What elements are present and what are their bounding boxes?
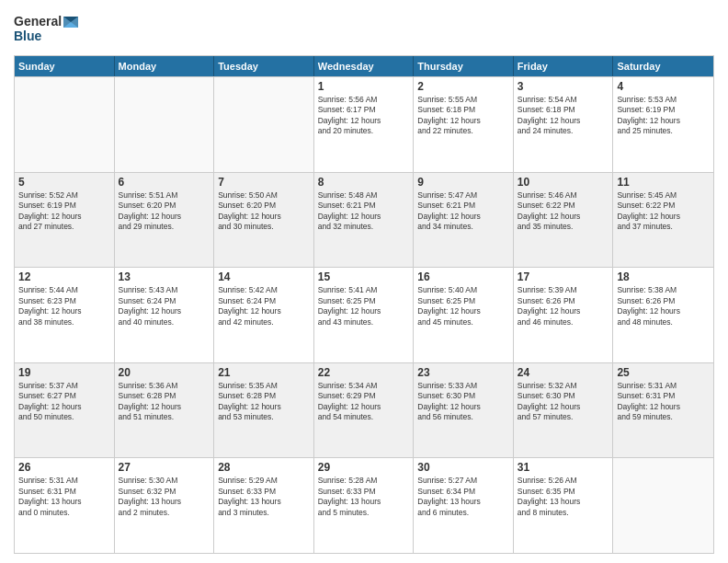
day-number: 24 [518,366,609,379]
day-number: 5 [18,176,110,189]
svg-text:General: General [14,14,62,29]
day-number: 9 [417,176,509,189]
day-info: Sunrise: 5:30 AM Sunset: 6:32 PM Dayligh… [119,476,210,518]
day-info: Sunrise: 5:54 AM Sunset: 6:18 PM Dayligh… [518,95,609,137]
day-number: 27 [119,461,210,474]
day-info: Sunrise: 5:35 AM Sunset: 6:28 PM Dayligh… [218,381,310,423]
cal-cell: 31Sunrise: 5:26 AM Sunset: 6:35 PM Dayli… [514,458,614,553]
day-number: 21 [218,366,310,379]
cal-cell: 25Sunrise: 5:31 AM Sunset: 6:31 PM Dayli… [613,363,713,458]
cal-cell: 17Sunrise: 5:39 AM Sunset: 6:26 PM Dayli… [514,268,614,362]
cal-cell: 2Sunrise: 5:55 AM Sunset: 6:18 PM Daylig… [414,77,514,172]
cal-cell [613,458,713,553]
week-row-2: 5Sunrise: 5:52 AM Sunset: 6:19 PM Daylig… [15,172,713,268]
cal-cell: 11Sunrise: 5:45 AM Sunset: 6:22 PM Dayli… [613,173,713,268]
cal-cell: 28Sunrise: 5:29 AM Sunset: 6:33 PM Dayli… [214,458,314,553]
day-info: Sunrise: 5:33 AM Sunset: 6:30 PM Dayligh… [417,381,509,423]
cal-cell [115,77,215,172]
cal-cell: 23Sunrise: 5:33 AM Sunset: 6:30 PM Dayli… [414,363,514,458]
cal-cell: 13Sunrise: 5:43 AM Sunset: 6:24 PM Dayli… [115,268,215,362]
week-row-5: 26Sunrise: 5:31 AM Sunset: 6:31 PM Dayli… [15,457,713,553]
header-day-friday: Friday [514,56,614,76]
calendar-body: 1Sunrise: 5:56 AM Sunset: 6:17 PM Daylig… [15,76,713,553]
logo-svg: General Blue [14,9,97,50]
cal-cell: 18Sunrise: 5:38 AM Sunset: 6:26 PM Dayli… [613,268,713,362]
cal-cell: 16Sunrise: 5:40 AM Sunset: 6:25 PM Dayli… [414,268,514,362]
cal-cell: 29Sunrise: 5:28 AM Sunset: 6:33 PM Dayli… [314,458,415,553]
cal-cell: 24Sunrise: 5:32 AM Sunset: 6:30 PM Dayli… [514,363,614,458]
week-row-4: 19Sunrise: 5:37 AM Sunset: 6:27 PM Dayli… [15,362,713,458]
day-info: Sunrise: 5:56 AM Sunset: 6:17 PM Dayligh… [318,95,410,137]
day-number: 22 [318,366,410,379]
day-number: 17 [518,270,609,283]
day-info: Sunrise: 5:39 AM Sunset: 6:26 PM Dayligh… [518,285,609,327]
cal-cell [214,77,314,172]
day-number: 26 [18,461,110,474]
day-number: 1 [318,80,410,93]
day-info: Sunrise: 5:37 AM Sunset: 6:27 PM Dayligh… [18,381,110,423]
day-info: Sunrise: 5:34 AM Sunset: 6:29 PM Dayligh… [318,381,410,423]
page: General Blue SundayMondayTuesdayWednesda… [0,0,728,563]
day-info: Sunrise: 5:32 AM Sunset: 6:30 PM Dayligh… [518,381,609,423]
day-number: 7 [218,176,310,189]
day-info: Sunrise: 5:52 AM Sunset: 6:19 PM Dayligh… [18,190,110,233]
header-day-monday: Monday [115,56,215,76]
cal-cell: 14Sunrise: 5:42 AM Sunset: 6:24 PM Dayli… [214,268,314,362]
day-info: Sunrise: 5:53 AM Sunset: 6:19 PM Dayligh… [617,95,710,137]
day-number: 25 [617,366,710,379]
cal-cell: 30Sunrise: 5:27 AM Sunset: 6:34 PM Dayli… [414,458,514,553]
day-number: 20 [119,366,210,379]
day-number: 16 [417,270,509,283]
cal-cell: 1Sunrise: 5:56 AM Sunset: 6:17 PM Daylig… [314,77,415,172]
day-number: 2 [417,80,509,93]
day-info: Sunrise: 5:51 AM Sunset: 6:20 PM Dayligh… [119,190,210,233]
cal-cell: 19Sunrise: 5:37 AM Sunset: 6:27 PM Dayli… [15,363,115,458]
day-info: Sunrise: 5:36 AM Sunset: 6:28 PM Dayligh… [119,381,210,423]
svg-text:Blue: Blue [14,29,42,43]
day-number: 6 [119,176,210,189]
day-info: Sunrise: 5:45 AM Sunset: 6:22 PM Dayligh… [617,190,710,233]
cal-cell: 3Sunrise: 5:54 AM Sunset: 6:18 PM Daylig… [514,77,614,172]
day-info: Sunrise: 5:47 AM Sunset: 6:21 PM Dayligh… [417,190,509,233]
cal-cell: 4Sunrise: 5:53 AM Sunset: 6:19 PM Daylig… [613,77,713,172]
cal-cell: 8Sunrise: 5:48 AM Sunset: 6:21 PM Daylig… [314,173,415,268]
day-number: 3 [518,80,609,93]
cal-cell: 26Sunrise: 5:31 AM Sunset: 6:31 PM Dayli… [15,458,115,553]
day-info: Sunrise: 5:31 AM Sunset: 6:31 PM Dayligh… [617,381,710,423]
day-number: 10 [518,176,609,189]
cal-cell: 20Sunrise: 5:36 AM Sunset: 6:28 PM Dayli… [115,363,215,458]
cal-cell: 9Sunrise: 5:47 AM Sunset: 6:21 PM Daylig… [414,173,514,268]
cal-cell: 15Sunrise: 5:41 AM Sunset: 6:25 PM Dayli… [314,268,415,362]
day-info: Sunrise: 5:48 AM Sunset: 6:21 PM Dayligh… [318,190,410,233]
day-info: Sunrise: 5:38 AM Sunset: 6:26 PM Dayligh… [617,285,710,327]
cal-cell: 6Sunrise: 5:51 AM Sunset: 6:20 PM Daylig… [115,173,215,268]
cal-cell: 12Sunrise: 5:44 AM Sunset: 6:23 PM Dayli… [15,268,115,362]
cal-cell: 7Sunrise: 5:50 AM Sunset: 6:20 PM Daylig… [214,173,314,268]
day-number: 4 [617,80,710,93]
calendar: SundayMondayTuesdayWednesdayThursdayFrid… [14,55,714,554]
day-number: 23 [417,366,509,379]
day-number: 30 [417,461,509,474]
cal-cell: 27Sunrise: 5:30 AM Sunset: 6:32 PM Dayli… [115,458,215,553]
header-day-thursday: Thursday [414,56,514,76]
day-number: 11 [617,176,710,189]
day-info: Sunrise: 5:44 AM Sunset: 6:23 PM Dayligh… [18,285,110,327]
cal-cell: 22Sunrise: 5:34 AM Sunset: 6:29 PM Dayli… [314,363,415,458]
cal-cell: 10Sunrise: 5:46 AM Sunset: 6:22 PM Dayli… [514,173,614,268]
cal-cell: 21Sunrise: 5:35 AM Sunset: 6:28 PM Dayli… [214,363,314,458]
day-number: 29 [318,461,410,474]
day-info: Sunrise: 5:27 AM Sunset: 6:34 PM Dayligh… [417,476,509,518]
day-info: Sunrise: 5:43 AM Sunset: 6:24 PM Dayligh… [119,285,210,327]
day-number: 19 [18,366,110,379]
logo: General Blue [14,9,97,50]
day-number: 13 [119,270,210,283]
week-row-1: 1Sunrise: 5:56 AM Sunset: 6:17 PM Daylig… [15,76,713,172]
day-info: Sunrise: 5:40 AM Sunset: 6:25 PM Dayligh… [417,285,509,327]
day-info: Sunrise: 5:28 AM Sunset: 6:33 PM Dayligh… [318,476,410,518]
week-row-3: 12Sunrise: 5:44 AM Sunset: 6:23 PM Dayli… [15,267,713,362]
day-number: 28 [218,461,310,474]
day-info: Sunrise: 5:42 AM Sunset: 6:24 PM Dayligh… [218,285,310,327]
header: General Blue [14,9,714,50]
day-number: 31 [518,461,609,474]
day-info: Sunrise: 5:26 AM Sunset: 6:35 PM Dayligh… [518,476,609,518]
